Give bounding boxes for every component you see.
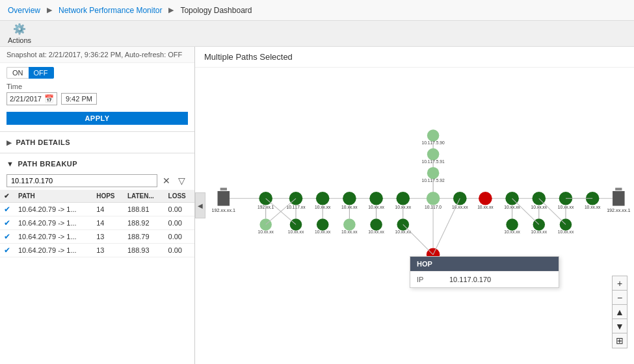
hop-tooltip-value: 10.117.0.170 [449, 276, 491, 283]
svg-text:10.xx.xx: 10.xx.xx [477, 205, 494, 209]
zoom-controls: + − ▲ ▼ ⊞ [612, 276, 627, 348]
row-hops-0: 14 [92, 203, 124, 216]
row-check-0[interactable]: ✔ [4, 205, 10, 214]
col-check: ✔ [0, 190, 14, 203]
toggle-row: ON OFF [0, 63, 194, 80]
row-path-1: 10.64.20.79 -> 1... [14, 216, 92, 230]
row-hops-3: 13 [92, 244, 124, 257]
path-table: ✔ PATH HOPS LATEN... LOSS ✔ 10.64.20.79 … [0, 190, 194, 257]
svg-text:10.xx.xx: 10.xx.xx [258, 229, 274, 234]
row-latency-0: 188.81 [124, 203, 165, 216]
path-breakup-label: PATH BREAKUP [18, 160, 77, 168]
breadcrumb-overview[interactable]: Overview [8, 6, 40, 15]
zoom-fit-button[interactable]: ⊞ [613, 333, 627, 348]
svg-rect-2 [615, 188, 622, 190]
row-loss-0: 0.00 [165, 203, 194, 216]
zoom-in-button[interactable]: + [613, 276, 627, 291]
date-input-wrapper: 2/21/2017 📅 [7, 92, 57, 105]
collapse-panel-button[interactable]: ◀ [195, 192, 205, 218]
time-inputs: 2/21/2017 📅 9:42 PM [7, 92, 188, 105]
main-content: Snapshot at: 2/21/2017, 9:36:22 PM, Auto… [0, 47, 634, 364]
search-row: ✕ ▽ [0, 172, 194, 190]
date-value[interactable]: 2/21/2017 [10, 95, 42, 103]
row-hops-2: 13 [92, 230, 124, 244]
node-main-4[interactable] [343, 192, 356, 205]
col-loss: LOSS [165, 190, 194, 203]
actions-icon: ⚙️ [13, 23, 26, 35]
zoom-out-button[interactable]: − [613, 291, 627, 305]
svg-text:192.xx.xx.1: 192.xx.xx.1 [607, 207, 630, 213]
row-check-2[interactable]: ✔ [4, 232, 10, 241]
search-input[interactable] [7, 174, 157, 187]
col-latency: LATEN... [124, 190, 165, 203]
node-main-red[interactable] [479, 192, 492, 205]
path-breakup-section: ▼ PATH BREAKUP ✕ ▽ ✔ PATH HOPS LATEN... … [0, 156, 194, 257]
server-node-left [218, 191, 230, 206]
breadcrumb-sep-1: ▶ [47, 6, 52, 14]
svg-text:10.xx.xx: 10.xx.xx [558, 229, 574, 234]
divider-2 [0, 153, 194, 153]
path-details-arrow: ▶ [7, 139, 12, 146]
row-path-3: 10.64.20.79 -> 1... [14, 244, 92, 257]
table-row[interactable]: ✔ 10.64.20.79 -> 1... 13 188.79 0.00 [0, 230, 194, 244]
hop-tooltip: HOP IP 10.117.0.170 [410, 256, 559, 288]
zoom-up-button[interactable]: ▲ [613, 305, 627, 319]
actions-label: Actions [8, 36, 31, 44]
svg-rect-0 [220, 188, 227, 190]
breadcrumb: Overview ▶ Network Performance Monitor ▶… [0, 0, 634, 21]
table-header-row: ✔ PATH HOPS LATEN... LOSS [0, 190, 194, 203]
divider-1 [0, 131, 194, 132]
hop-tooltip-header: HOP [410, 257, 559, 271]
zoom-down-button[interactable]: ▼ [613, 319, 627, 333]
node-main-5[interactable] [369, 192, 383, 205]
svg-text:10.xx.xx: 10.xx.xx [288, 229, 304, 234]
topology-svg: 192.xx.xx.1 192.xx.xx.1 10.117.5.90 10.1… [205, 68, 634, 361]
svg-line-48 [403, 224, 433, 254]
time-section: Time 2/21/2017 📅 9:42 PM [0, 80, 194, 108]
row-loss-2: 0.00 [165, 230, 194, 244]
snapshot-text: Snapshot at: 2/21/2017, 9:36:22 PM, Auto… [7, 51, 182, 58]
filter-icon[interactable]: ▽ [176, 174, 188, 187]
toggle-on-button[interactable]: ON [7, 67, 29, 79]
svg-text:10.xx.xx: 10.xx.xx [368, 229, 384, 234]
clear-icon[interactable]: ✕ [160, 174, 173, 187]
server-node-right [613, 191, 625, 206]
breadcrumb-npm[interactable]: Network Performance Monitor [59, 6, 162, 15]
row-hops-1: 14 [92, 216, 124, 230]
path-details-header[interactable]: ▶ PATH DETAILS [0, 135, 194, 150]
left-panel: Snapshot at: 2/21/2017, 9:36:22 PM, Auto… [0, 47, 195, 364]
time-label: Time [7, 83, 188, 90]
table-row[interactable]: ✔ 10.64.20.79 -> 1... 14 188.92 0.00 [0, 216, 194, 230]
svg-text:192.xx.xx.1: 192.xx.xx.1 [212, 207, 235, 213]
svg-text:10.xx.xx: 10.xx.xx [531, 229, 548, 234]
node-main-7[interactable] [427, 192, 440, 205]
svg-text:10.xx.xx: 10.xx.xx [341, 229, 358, 234]
calendar-icon[interactable]: 📅 [44, 94, 54, 103]
svg-text:10.xx.xx: 10.xx.xx [504, 229, 520, 234]
col-hops: HOPS [92, 190, 124, 203]
row-check-3[interactable]: ✔ [4, 246, 10, 255]
node-main-3[interactable] [316, 192, 330, 205]
row-path-2: 10.64.20.79 -> 1... [14, 230, 92, 244]
path-breakup-header[interactable]: ▼ PATH BREAKUP [0, 156, 194, 172]
hop-tooltip-label: IP [417, 276, 449, 283]
table-row[interactable]: ✔ 10.64.20.79 -> 1... 14 188.81 0.00 [0, 203, 194, 216]
row-check-1[interactable]: ✔ [4, 218, 10, 228]
apply-button[interactable]: APPLY [7, 112, 188, 125]
node-main-6[interactable] [396, 192, 410, 205]
time-input-wrapper[interactable]: 9:42 PM [61, 93, 97, 105]
row-loss-1: 0.00 [165, 216, 194, 230]
row-path-0: 10.64.20.79 -> 1... [14, 203, 92, 216]
toggle-off-button[interactable]: OFF [29, 67, 54, 79]
actions-button[interactable]: ⚙️ Actions [8, 23, 31, 44]
breadcrumb-topology: Topology Dashboard [180, 6, 252, 15]
col-path: PATH [14, 190, 92, 203]
row-latency-1: 188.92 [124, 216, 165, 230]
row-loss-3: 0.00 [165, 244, 194, 257]
panel-title: Multiple Paths Selected [195, 47, 634, 68]
topology-canvas[interactable]: 192.xx.xx.1 192.xx.xx.1 10.117.5.90 10.1… [195, 68, 634, 361]
actions-bar: ⚙️ Actions [0, 21, 634, 47]
snapshot-bar: Snapshot at: 2/21/2017, 9:36:22 PM, Auto… [0, 47, 194, 63]
hop-tooltip-row: IP 10.117.0.170 [410, 271, 559, 287]
table-row[interactable]: ✔ 10.64.20.79 -> 1... 13 188.93 0.00 [0, 244, 194, 257]
